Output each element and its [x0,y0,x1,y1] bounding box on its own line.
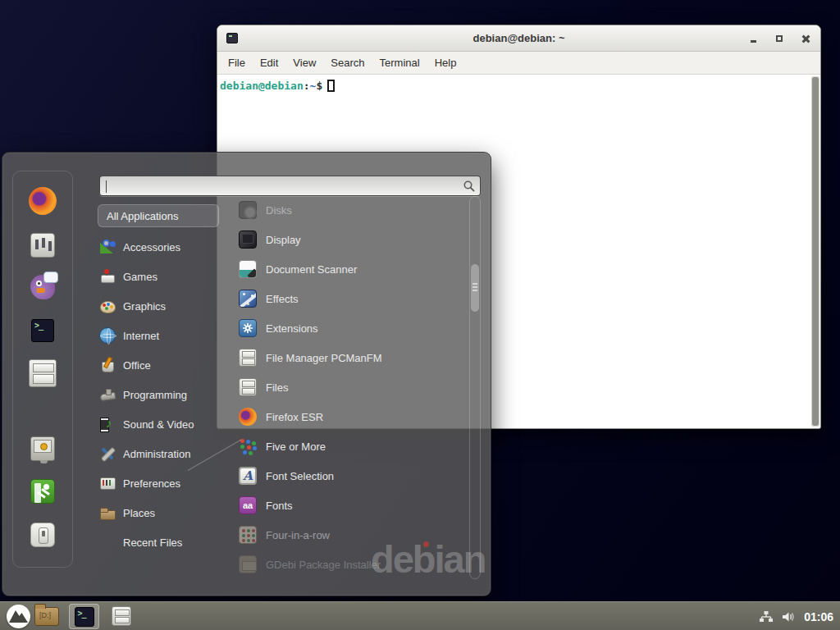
search-caret [106,180,107,193]
firefox-icon [239,408,257,426]
category-places[interactable]: Places [98,498,219,527]
graphics-icon [99,298,116,314]
clock[interactable]: 01:06 [804,610,833,623]
places-folder-icon [99,504,116,521]
menu-button[interactable] [7,605,30,628]
category-label: Sound & Video [123,418,194,431]
app-firefox-esr[interactable]: Firefox ESR [217,402,468,431]
terminal-glyph: >_ [34,321,43,330]
menu-search-box[interactable] [99,176,481,196]
app-display[interactable]: Display [217,225,468,254]
category-label: Preferences [123,477,180,490]
menu-view[interactable]: View [293,57,316,69]
prompt-char: $ [316,80,322,92]
app-effects[interactable]: Effects [217,284,468,313]
app-label: Document Scanner [266,263,357,276]
category-label: Administration [123,448,190,460]
taskbar-files-task[interactable] [112,606,131,626]
category-sound-video[interactable]: ♪Sound & Video [98,409,219,439]
lock-screen-icon[interactable] [30,436,55,461]
terminal-scrollbar[interactable] [811,76,819,427]
terminal-window-icon [226,33,238,43]
app-label: GDebi Package Installer [266,559,381,571]
favorite-control-center-icon[interactable] [30,233,55,258]
category-label: Games [123,271,158,283]
four-in-a-row-icon [239,526,257,544]
sound-video-icon: ♪ [99,416,116,432]
terminal-scrollbar-thumb[interactable] [812,77,819,426]
network-icon[interactable] [759,609,774,624]
app-label: Font Selection [266,470,334,482]
category-label: Internet [123,330,159,342]
category-administration[interactable]: Administration [98,439,219,468]
app-fonts[interactable]: aaFonts [217,491,468,520]
minimize-button[interactable] [746,32,760,45]
menu-edit[interactable]: Edit [260,57,278,69]
favorite-firefox-icon[interactable] [29,187,57,215]
favorite-pidgin-icon[interactable] [30,275,55,299]
app-label: Effects [266,293,299,305]
category-office[interactable]: Office [98,350,219,380]
category-label: Accessories [123,241,180,253]
prompt-colon: : [304,80,310,92]
volume-icon[interactable] [781,609,797,624]
category-accessories[interactable]: Accessories [98,232,219,262]
menu-terminal[interactable]: Terminal [380,57,420,69]
music-note-glyph: ♪ [106,416,112,430]
app-label: Disks [266,204,292,217]
favorite-files-icon[interactable] [29,359,57,387]
category-graphics[interactable]: Graphics [98,291,219,321]
document-scanner-icon [239,260,257,278]
app-list-scrollbar-thumb[interactable] [471,264,479,312]
search-input[interactable] [105,178,458,194]
category-all-applications[interactable]: All Applications [98,204,219,227]
menu-help[interactable]: Help [435,57,457,69]
app-document-scanner[interactable]: Document Scanner [217,254,468,284]
gdebi-icon [239,555,257,573]
app-label: Firefox ESR [266,411,323,423]
minimize-icon [751,40,756,43]
shutdown-icon[interactable] [30,523,55,547]
terminal-menubar: File Edit View Search Terminal Help [217,52,820,75]
taskbar-terminal-task[interactable]: >_ [69,604,99,629]
app-five-or-more[interactable]: Five or More [217,431,468,461]
app-font-selection[interactable]: AFont Selection [217,461,468,491]
category-label: Programming [123,389,187,401]
category-programming[interactable]: Programming [98,380,219,409]
file-manager-icon [239,349,257,367]
category-internet[interactable]: Internet [98,321,219,350]
category-label: Graphics [123,300,166,313]
close-button[interactable] [799,32,812,45]
taskbar-folder-icon[interactable] [34,607,59,626]
app-label: Extensions [266,322,318,335]
extensions-gear-icon [239,319,257,337]
category-preferences[interactable]: Preferences [98,468,219,498]
app-label: File Manager PCManFM [266,352,382,364]
app-file-manager-pcmanfm[interactable]: File Manager PCManFM [217,343,468,372]
maximize-button[interactable] [773,32,786,45]
fonts-icon: aa [239,496,257,514]
app-files[interactable]: Files [217,372,468,402]
games-icon [99,268,116,285]
effects-icon [239,290,257,308]
taskbar-files-icon [112,606,131,626]
internet-globe-icon [99,327,116,344]
administration-tools-icon [99,445,116,462]
app-list-scrollbar[interactable] [469,196,481,579]
logout-icon[interactable] [30,479,55,504]
programming-icon [99,386,116,403]
app-label: Files [266,381,288,394]
menu-file[interactable]: File [228,57,245,69]
app-gdebi-package-installer[interactable]: GDebi Package Installer [217,550,468,579]
app-disks[interactable]: Disks [217,195,468,225]
prompt-user-host: debian@debian [220,80,304,92]
taskbar-terminal-icon: >_ [75,607,94,627]
category-recent-files[interactable]: Recent Files [98,527,219,557]
terminal-titlebar[interactable]: debian@debian: ~ [217,25,820,52]
menu-search[interactable]: Search [331,57,364,69]
favorite-terminal-icon[interactable]: >_ [31,319,54,342]
app-extensions[interactable]: Extensions [217,313,468,343]
pidgin-eye [36,281,42,286]
category-games[interactable]: Games [98,262,219,291]
app-four-in-a-row[interactable]: Four-in-a-row [217,520,468,550]
